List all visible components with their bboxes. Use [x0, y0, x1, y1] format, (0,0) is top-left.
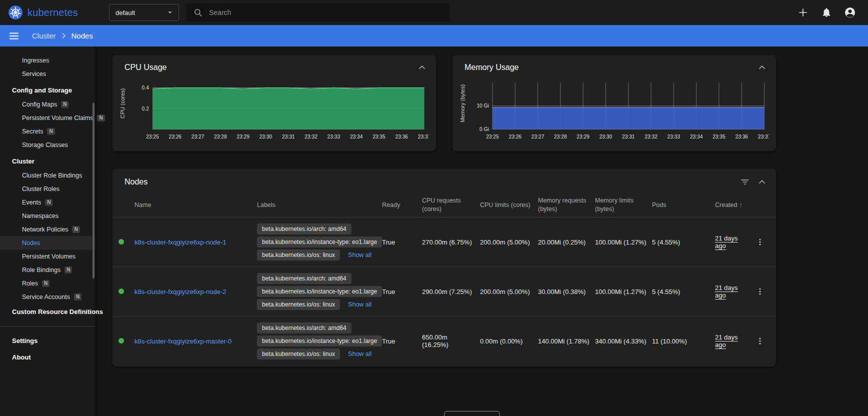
node-name-link[interactable]: k8s-cluster-fxqgiyize6xp-node-1 [134, 238, 226, 246]
column-header-cpu-limits-cores[interactable]: CPU limits (cores) [480, 199, 538, 212]
label-chip: beta.kubernetes.io/os: linux [257, 250, 340, 260]
show-all-link[interactable]: Show all [348, 301, 372, 308]
column-header-name[interactable]: Name [134, 199, 257, 212]
sidebar-item-persistent-volume-claims[interactable]: Persistent Volume ClaimsN [0, 111, 95, 124]
partial-bottom-control [444, 411, 500, 416]
sidebar-item-namespaces[interactable]: Namespaces [0, 209, 95, 222]
sort-ascending-icon: ↑ [739, 202, 742, 208]
kebab-menu-icon[interactable] [754, 286, 766, 298]
sidebar-item-roles[interactable]: RolesN [0, 276, 95, 290]
node-cpu-requests: 290.00m (7.25%) [422, 286, 480, 298]
node-memory-requests: 20.00Mi (0.25%) [538, 236, 595, 248]
sidebar-item-network-policies[interactable]: Network PoliciesN [0, 222, 95, 236]
namespace-selector[interactable]: default [109, 4, 179, 21]
breadcrumb-bar: Cluster Nodes [0, 25, 868, 46]
svg-text:23:30: 23:30 [260, 134, 272, 140]
column-header-cpu-requests-cores[interactable]: CPU requests (cores) [422, 194, 480, 216]
search-input[interactable] [208, 8, 444, 17]
breadcrumb-cluster[interactable]: Cluster [32, 32, 56, 40]
sidebar-item-label: Settings [12, 337, 38, 344]
cpu-card-collapse-button[interactable] [416, 62, 428, 74]
sidebar-item-label: Role Bindings [22, 266, 60, 274]
sidebar-item-role-bindings[interactable]: Role BindingsN [0, 263, 95, 276]
sidebar-item-about[interactable]: About [0, 349, 95, 366]
chevron-up-icon [417, 62, 427, 72]
svg-text:23:34: 23:34 [690, 134, 703, 140]
sidebar-item-label: Service Accounts [22, 294, 70, 300]
notifications-button[interactable] [820, 6, 833, 19]
kebab-menu-icon[interactable] [754, 236, 766, 248]
memory-usage-chart: 0 Gi10 Gi23:2523:2623:2723:2823:2923:302… [470, 76, 769, 142]
account-button[interactable] [843, 6, 857, 20]
sidebar-group-config-and-storage[interactable]: Config and Storage [0, 80, 95, 98]
svg-text:23:30: 23:30 [600, 134, 612, 140]
node-row: k8s-cluster-fxqgiyize6xp-master-0beta.ku… [112, 316, 776, 366]
charts-row: CPU Usage CPU (cores) 0.20.423:2523:2623… [112, 55, 776, 151]
chevron-up-icon [757, 177, 767, 187]
sidebar-item-label: Cluster Roles [22, 186, 60, 192]
node-status-ok-icon [118, 338, 124, 344]
sidebar-item-cluster-role-bindings[interactable]: Cluster Role Bindings [0, 168, 95, 182]
sidebar-item-custom-resource-definitions[interactable]: Custom Resource Definitions [0, 304, 95, 320]
node-row: k8s-cluster-fxqgiyize6xp-node-1beta.kube… [112, 217, 776, 266]
sidebar-item-service-accounts[interactable]: Service AccountsN [0, 290, 95, 304]
nodes-card: Nodes NameLabelsReadyCPU requests (cores… [112, 168, 776, 366]
show-all-link[interactable]: Show all [348, 252, 372, 258]
sidebar-item-config-maps[interactable]: Config MapsN [0, 98, 95, 111]
node-name-link[interactable]: k8s-cluster-fxqgiyize6xp-master-0 [134, 338, 232, 345]
create-resource-button[interactable] [796, 6, 810, 20]
node-row: k8s-cluster-fxqgiyize6xp-node-2beta.kube… [112, 266, 776, 316]
sidebar-item-cluster-roles[interactable]: Cluster Roles [0, 182, 95, 196]
sidebar-item-settings[interactable]: Settings [0, 332, 95, 349]
sidebar-item-label: Roles [22, 280, 38, 287]
column-header-created[interactable]: Created↑ [715, 199, 754, 212]
svg-text:23:31: 23:31 [622, 134, 635, 140]
svg-text:23:33: 23:33 [668, 134, 680, 140]
node-name-link[interactable]: k8s-cluster-fxqgiyize6xp-node-2 [134, 288, 226, 296]
node-labels: beta.kubernetes.io/arch: amd64beta.kuber… [257, 267, 382, 316]
sidebar-item-label: Config Maps [22, 101, 57, 108]
sidebar-item-nodes[interactable]: Nodes [0, 236, 95, 250]
global-search[interactable] [187, 4, 450, 22]
namespace-selected-value: default [116, 9, 135, 16]
column-header-ready[interactable]: Ready [382, 199, 422, 212]
node-pods: 5 (4.55%) [652, 236, 715, 248]
sidebar-scrollbar[interactable] [92, 102, 94, 278]
sidebar-item-persistent-volumes[interactable]: Persistent Volumes [0, 250, 95, 263]
column-header-pods[interactable]: Pods [652, 199, 715, 212]
new-badge: N [42, 280, 50, 287]
menu-toggle-button[interactable] [7, 29, 21, 43]
column-header-labels[interactable]: Labels [257, 199, 382, 212]
svg-text:23:28: 23:28 [554, 134, 567, 140]
svg-text:23:36: 23:36 [736, 134, 748, 140]
node-memory-limits: 100.00Mi (1.27%) [595, 286, 652, 298]
sidebar-item-label: Persistent Volumes [22, 253, 76, 260]
svg-text:23:35: 23:35 [712, 134, 726, 140]
sidebar-item-label: Network Policies [22, 226, 68, 233]
sidebar-nav: IngressesServicesConfig and StorageConfi… [0, 54, 95, 366]
new-badge: N [72, 226, 80, 233]
column-header-memory-requests-bytes[interactable]: Memory requests (bytes) [538, 194, 595, 216]
sidebar-item-services[interactable]: Services [0, 67, 95, 80]
sidebar-item-events[interactable]: EventsN [0, 196, 95, 209]
label-chip: beta.kubernetes.io/os: linux [257, 299, 340, 310]
node-cpu-limits: 200.00m (5.00%) [480, 286, 538, 298]
nodes-card-collapse-button[interactable] [756, 176, 768, 188]
search-icon [193, 8, 203, 18]
sidebar-item-secrets[interactable]: SecretsN [0, 124, 95, 138]
sidebar-group-cluster[interactable]: Cluster [0, 152, 95, 168]
filter-button[interactable] [739, 176, 751, 188]
show-all-link[interactable]: Show all [348, 350, 372, 358]
kebab-menu-icon[interactable] [754, 335, 766, 347]
sidebar-item-label: Storage Classes [22, 142, 68, 148]
cpu-usage-title: CPU Usage [124, 63, 166, 72]
sidebar-item-label: About [12, 354, 31, 361]
sidebar-item-ingresses[interactable]: Ingresses [0, 54, 95, 67]
nodes-table-header: NameLabelsReadyCPU requests (cores)CPU l… [112, 193, 776, 217]
kubernetes-logo[interactable]: kubernetes [0, 5, 93, 20]
kubernetes-logo-icon [8, 5, 23, 20]
memory-card-collapse-button[interactable] [756, 62, 768, 74]
column-header-memory-limits-bytes[interactable]: Memory limits (bytes) [595, 194, 652, 216]
svg-text:23:35: 23:35 [372, 134, 386, 140]
sidebar-item-storage-classes[interactable]: Storage Classes [0, 138, 95, 152]
